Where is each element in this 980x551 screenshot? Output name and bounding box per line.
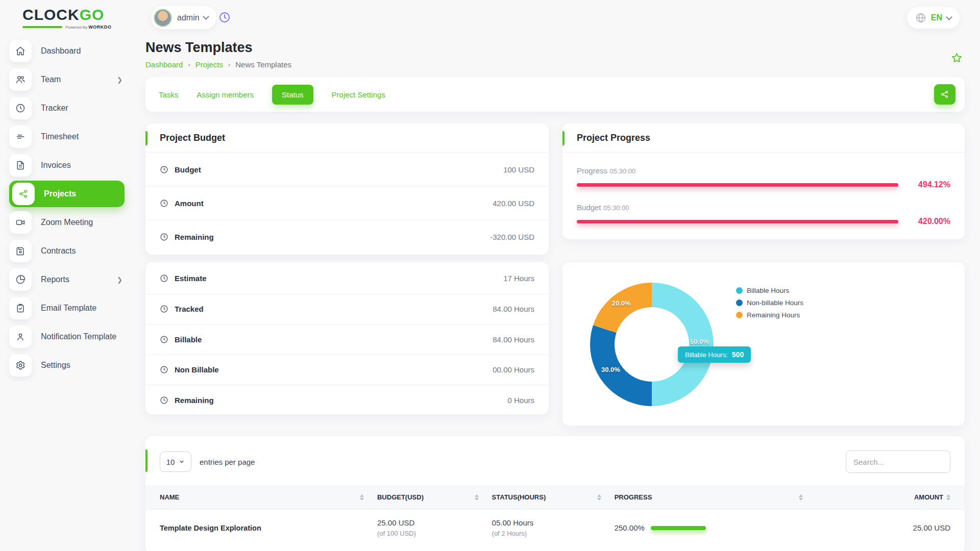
column-header-name[interactable]: NAME bbox=[160, 493, 377, 501]
budget-bar bbox=[577, 220, 898, 223]
chevron-down-icon bbox=[946, 14, 952, 20]
progress-percent: 494.12% bbox=[912, 180, 950, 189]
clock-in-button[interactable] bbox=[218, 11, 231, 26]
timesheet-icon bbox=[9, 126, 32, 148]
tracked-row: Tracked 84.00 Hours bbox=[145, 294, 549, 324]
project-budget-card: Project Budget Budget 100 USD Amount 420… bbox=[145, 123, 549, 255]
tasks-table-card: 10 entries per page NAME BUDGET(USD) STA… bbox=[145, 436, 965, 551]
tab-status[interactable]: Status bbox=[272, 85, 313, 105]
user-menu[interactable]: admin bbox=[151, 6, 216, 29]
clock-icon bbox=[160, 274, 168, 283]
avatar bbox=[154, 9, 172, 27]
clipboard-icon bbox=[9, 297, 32, 319]
share-icon bbox=[940, 90, 949, 99]
main-content: News Templates Dashboard › Projects › Ne… bbox=[145, 40, 965, 551]
clock-icon bbox=[160, 365, 168, 374]
invoice-icon bbox=[9, 154, 32, 177]
chevron-right-icon: ❯ bbox=[117, 76, 122, 84]
column-header-budget[interactable]: BUDGET(USD) bbox=[377, 493, 492, 501]
sort-icon[interactable] bbox=[597, 494, 601, 500]
user-name: admin bbox=[177, 13, 200, 22]
sidebar-item-invoices[interactable]: Invoices bbox=[9, 154, 125, 177]
breadcrumb: Dashboard › Projects › News Templates bbox=[145, 60, 965, 69]
column-header-amount[interactable]: AMOUNT bbox=[816, 493, 950, 501]
project-progress-card: Project Progress Progress 05:30:00 494.1… bbox=[562, 123, 965, 239]
table-row[interactable]: Template Design Exploration 25.00 USD (o… bbox=[145, 509, 965, 546]
task-progress-bar bbox=[651, 526, 706, 530]
legend-dot bbox=[736, 312, 743, 318]
amount-row: Amount 420.00 USD bbox=[145, 186, 549, 220]
breadcrumb-current: News Templates bbox=[235, 60, 291, 69]
breadcrumb-projects[interactable]: Projects bbox=[195, 60, 223, 69]
top-bar: CLOCKGO Powered By WORKDO admin EN bbox=[0, 0, 980, 36]
logo-text: CLOCKGO bbox=[22, 6, 114, 23]
task-status-cell: 05.00 Hours (of 2 Hours) bbox=[492, 518, 615, 537]
video-icon bbox=[9, 211, 32, 234]
task-amount-cell: 25.00 USD bbox=[816, 523, 950, 532]
task-name-cell: Template Design Exploration bbox=[160, 524, 377, 532]
clock-icon bbox=[160, 305, 168, 313]
sidebar-item-settings[interactable]: Settings bbox=[9, 354, 125, 377]
clock-icon bbox=[160, 165, 168, 174]
budget-card-title: Project Budget bbox=[160, 133, 225, 143]
sidebar-item-tracker[interactable]: Tracker bbox=[9, 97, 125, 119]
chevron-right-icon: ❯ bbox=[117, 276, 122, 284]
sidebar-item-timesheet[interactable]: Timesheet bbox=[9, 126, 125, 148]
chevron-down-icon bbox=[203, 13, 209, 20]
legend-item[interactable]: Non-billable Hours bbox=[736, 299, 803, 307]
clock-icon bbox=[160, 396, 168, 405]
sort-icon[interactable] bbox=[799, 494, 803, 500]
table-header: NAME BUDGET(USD) STATUS(HOURS) PROGRESS … bbox=[145, 485, 965, 509]
sort-icon[interactable] bbox=[360, 494, 364, 500]
chevron-down-icon bbox=[179, 459, 185, 465]
breadcrumb-separator: › bbox=[188, 61, 190, 68]
column-header-status[interactable]: STATUS(HOURS) bbox=[492, 493, 615, 501]
favorite-star-icon[interactable] bbox=[951, 52, 963, 66]
sidebar-item-notification-template[interactable]: Notification Template bbox=[9, 325, 125, 348]
tab-assign-members[interactable]: Assign members bbox=[197, 90, 254, 99]
contract-icon bbox=[9, 240, 32, 262]
share-button[interactable] bbox=[934, 84, 955, 105]
donut-chart: 50.0% 30.0% 20.0% bbox=[590, 283, 714, 406]
language-selector[interactable]: EN bbox=[907, 7, 960, 29]
sidebar-item-reports[interactable]: Reports ❯ bbox=[9, 268, 125, 291]
slice-label-billable: 50.0% bbox=[690, 338, 709, 345]
share-icon bbox=[12, 183, 35, 205]
entries-per-page-select[interactable]: 10 bbox=[160, 452, 191, 472]
language-code: EN bbox=[931, 13, 942, 22]
legend-dot bbox=[736, 299, 743, 306]
budget-bar-block: Budget 05:30:00 420.00% bbox=[562, 203, 965, 226]
logo-underline bbox=[22, 26, 62, 28]
slice-label-non-billable: 30.0% bbox=[601, 366, 620, 373]
estimate-row: Estimate 17 Hours bbox=[145, 263, 549, 294]
breadcrumb-separator: › bbox=[228, 61, 230, 68]
entries-per-page-label: entries per page bbox=[200, 458, 255, 466]
sidebar-item-dashboard[interactable]: Dashboard bbox=[9, 40, 125, 62]
logo-primary: CLOCK bbox=[22, 6, 80, 23]
sort-icon[interactable] bbox=[475, 494, 479, 500]
breadcrumb-dashboard[interactable]: Dashboard bbox=[145, 60, 183, 69]
legend-dot bbox=[736, 287, 743, 294]
tab-tasks[interactable]: Tasks bbox=[159, 90, 178, 99]
sidebar-item-contracts[interactable]: Contracts bbox=[9, 240, 125, 262]
sort-icon[interactable] bbox=[946, 494, 950, 500]
clock-icon bbox=[160, 335, 168, 344]
sidebar-item-projects[interactable]: Projects bbox=[9, 181, 125, 207]
billable-row: Billable 84.00 Hours bbox=[145, 324, 549, 355]
remaining-row: Remaining -320.00 USD bbox=[145, 220, 549, 254]
sidebar-item-email-template[interactable]: Email Template bbox=[9, 297, 125, 319]
app-logo: CLOCKGO Powered By WORKDO bbox=[22, 6, 114, 30]
legend-item[interactable]: Billable Hours bbox=[736, 287, 803, 294]
column-header-progress[interactable]: PROGRESS bbox=[615, 493, 816, 501]
sidebar-item-zoom-meeting[interactable]: Zoom Meeting bbox=[9, 211, 125, 234]
tab-project-settings[interactable]: Project Settings bbox=[332, 90, 385, 99]
clock-icon bbox=[160, 199, 168, 208]
sidebar: Dashboard Team ❯ Tracker Timesheet Invoi… bbox=[0, 40, 134, 383]
non-billable-row: Non Billable 00.00 Hours bbox=[145, 355, 549, 385]
budget-row: Budget 100 USD bbox=[145, 153, 549, 186]
progress-bar bbox=[577, 183, 898, 187]
task-progress-cell: 250.00% bbox=[615, 523, 816, 532]
search-input[interactable] bbox=[846, 450, 950, 473]
legend-item[interactable]: Remaining Hours bbox=[736, 311, 803, 319]
sidebar-item-team[interactable]: Team ❯ bbox=[9, 68, 125, 91]
